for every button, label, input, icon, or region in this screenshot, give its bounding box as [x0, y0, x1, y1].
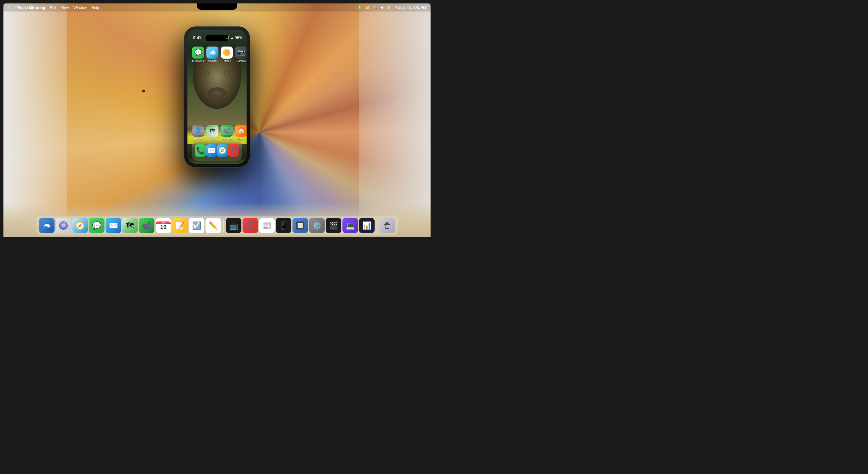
signal-bars-icon — [226, 36, 229, 39]
dock-freeform[interactable]: ✏️ — [206, 218, 221, 233]
wifi-icon: 📶 — [365, 5, 369, 9]
battery-status-icon — [235, 36, 241, 39]
dock-news[interactable]: 📰 — [259, 218, 275, 233]
apple-menu-icon[interactable]:  — [8, 5, 9, 10]
iphone-status-icons: ▲ — [226, 36, 241, 39]
dock-maps[interactable]: 🗺 — [122, 218, 138, 233]
dock-music[interactable]: 🎵 — [243, 218, 258, 233]
menubar-view[interactable]: View — [61, 5, 69, 10]
camera-icon[interactable]: 📷 — [235, 47, 247, 59]
dock-finder[interactable] — [39, 218, 55, 233]
menubar-app-name[interactable]: iPhone Mirroring — [15, 5, 45, 10]
dock-iphone-mirroring[interactable]: 📱 — [276, 218, 291, 233]
iphone-statusbar: 9:41 ▲ — [187, 30, 247, 42]
dock-mail[interactable]: ✉️ — [206, 144, 217, 157]
svg-point-5 — [45, 226, 46, 227]
macos-dock: 🧭 💬 ✉️ 🗺 📹 — [36, 216, 398, 235]
weather-icon[interactable]: ☁️ — [206, 47, 218, 59]
desk-left — [3, 3, 67, 237]
battery-icon: 🔋 — [358, 5, 362, 9]
camera-notch — [197, 3, 237, 10]
dock-simulator[interactable]: 🔲 — [292, 218, 308, 233]
dock-finalcut[interactable]: 🎬 — [326, 218, 341, 233]
weather-label: Weather — [208, 59, 217, 62]
iphone-screen[interactable]: 9:41 ▲ — [187, 30, 247, 164]
menubar-right: 🔋 📶 🔍 ⏺ 🎛 Mon Jun 10 9:41 AM — [358, 5, 426, 9]
iphone-dock: 📞 ✉️ 🧭 🎵 — [192, 140, 242, 161]
iphone-app-photos[interactable]: 🌼 Photos — [221, 47, 233, 62]
svg-rect-8 — [61, 223, 62, 224]
photos-icon[interactable]: 🌼 — [221, 47, 233, 59]
dock-phone[interactable]: 📞 — [195, 144, 206, 157]
dock-appletv[interactable]: 📺 — [226, 218, 241, 233]
dock-calendar[interactable]: JUN 10 — [156, 218, 171, 233]
dock-safari[interactable]: 🧭 — [217, 144, 228, 157]
menubar-edit[interactable]: Edit — [50, 5, 56, 10]
svg-point-7 — [62, 225, 65, 227]
iphone-mirroring-window[interactable]: 9:41 ▲ — [184, 26, 250, 167]
screen-record-icon[interactable]: ⏺ — [381, 5, 384, 9]
wall-right — [359, 3, 431, 237]
dock-safari[interactable]: 🧭 — [72, 218, 88, 233]
dock-system-settings[interactable]: ⚙️ — [309, 218, 324, 233]
svg-rect-10 — [65, 223, 66, 224]
dock-messages[interactable]: 💬 — [89, 218, 104, 233]
dock-istat[interactable]: 📊 — [359, 218, 375, 233]
svg-rect-9 — [63, 223, 64, 224]
calendar-date: 10 — [160, 224, 166, 230]
iphone-search-bar[interactable]: 🔍 Search — [192, 127, 242, 135]
dock-code-editor[interactable]: 💻 — [342, 218, 358, 233]
dock-separator-2 — [377, 219, 377, 232]
dock-mail[interactable]: ✉️ — [105, 218, 121, 233]
control-center-icon[interactable]: 🎛 — [388, 5, 391, 9]
search-icon[interactable]: 🔍 — [373, 5, 377, 9]
macbook-frame:  iPhone Mirroring Edit View Window Help… — [0, 0, 434, 237]
svg-point-4 — [44, 226, 45, 227]
iphone-app-messages[interactable]: 💬 Messages — [192, 47, 204, 62]
iphone-frame: 9:41 ▲ — [184, 26, 250, 167]
svg-rect-3 — [45, 225, 49, 226]
search-text: Search — [199, 129, 209, 133]
dock-facetime[interactable]: 📹 — [139, 218, 154, 233]
messages-label: Messages — [192, 59, 204, 62]
dog-eye-left — [205, 71, 209, 75]
dock-notes[interactable]: 📝 — [172, 218, 188, 233]
iphone-app-camera[interactable]: 📷 Camera — [235, 47, 247, 62]
dog-snout — [208, 87, 226, 99]
messages-icon[interactable]: 💬 — [192, 47, 204, 59]
dock-trash[interactable]: 🗑 — [379, 218, 395, 233]
dock-music[interactable]: 🎵 — [228, 144, 239, 157]
home-label: Home — [238, 138, 245, 141]
menubar-window[interactable]: Window — [73, 5, 87, 10]
wifi-status-icon: ▲ — [230, 36, 234, 39]
camera-label: Camera — [237, 59, 246, 62]
iphone-app-weather[interactable]: ☁️ Weather — [206, 47, 218, 62]
menubar-datetime: Mon Jun 10 9:41 AM — [394, 5, 426, 9]
screen:  iPhone Mirroring Edit View Window Help… — [3, 3, 431, 237]
dock-separator-1 — [223, 219, 224, 232]
macbook-bezel:  iPhone Mirroring Edit View Window Help… — [0, 0, 434, 237]
iphone-time: 9:41 — [193, 35, 201, 40]
dock-reminders[interactable]: ☑️ — [189, 218, 205, 233]
iphone-apps-row1: 💬 Messages ☁️ Weather 🌼 Photos — [187, 44, 247, 65]
photos-label: Photos — [223, 59, 231, 62]
dock-launchpad[interactable] — [56, 218, 71, 233]
search-magnifier-icon: 🔍 — [195, 129, 198, 132]
menubar-help[interactable]: Help — [91, 5, 99, 10]
menubar-left:  iPhone Mirroring Edit View Window Help — [8, 5, 99, 10]
